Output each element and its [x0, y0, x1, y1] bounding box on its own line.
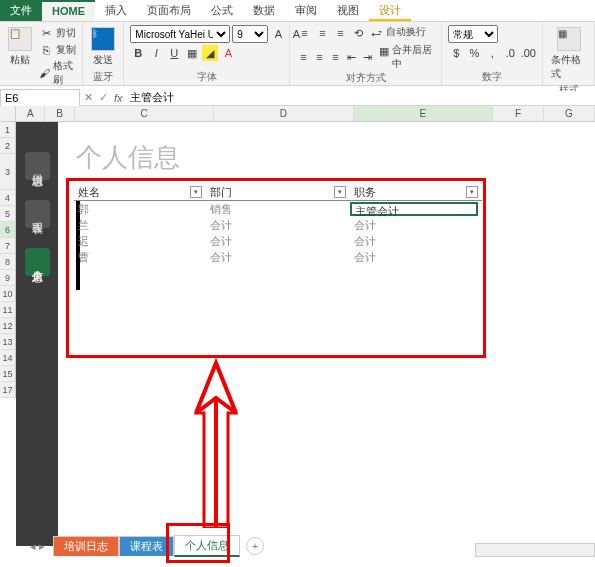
filter-icon[interactable]: ▾ — [466, 186, 478, 198]
merge-center-button[interactable]: ▦合并后居中 — [377, 43, 436, 71]
cell-dept[interactable]: 会计 — [206, 217, 350, 233]
sheet-tab-personal[interactable]: 个人信息 — [174, 535, 240, 557]
bold-button[interactable]: B — [130, 45, 146, 61]
tab-pagelayout[interactable]: 页面布局 — [137, 0, 201, 21]
name-box[interactable] — [0, 89, 80, 107]
cell-name[interactable]: 曹 — [74, 249, 206, 265]
vtab-personal-info[interactable]: 个人信息 — [25, 248, 50, 276]
header-dept[interactable]: 部门▾ — [206, 184, 350, 200]
row-header[interactable]: 4 — [0, 190, 15, 206]
sheet-nav-arrows[interactable]: ◂ ▸ — [30, 540, 45, 553]
filter-icon[interactable]: ▾ — [334, 186, 346, 198]
cell-role[interactable]: 会计 — [350, 217, 482, 233]
row-header[interactable]: 5 — [0, 206, 15, 222]
active-cell-e6[interactable]: 主管会计 — [350, 202, 478, 216]
sheet-tab-training[interactable]: 培训日志 — [53, 536, 119, 556]
font-size-select[interactable]: 9 — [232, 25, 268, 43]
horizontal-scrollbar[interactable] — [475, 543, 595, 557]
paste-button[interactable]: 📋 粘贴 — [6, 25, 34, 69]
align-bot-button[interactable]: ≡ — [332, 25, 348, 41]
col-header-e[interactable]: E — [354, 106, 493, 121]
copy-button[interactable]: ⎘复制 — [38, 42, 76, 58]
paste-label: 粘贴 — [10, 53, 30, 67]
align-top-button[interactable]: ≡ — [296, 25, 312, 41]
col-header-f[interactable]: F — [493, 106, 544, 121]
fx-icon[interactable]: fx — [114, 92, 123, 104]
row-header[interactable]: 7 — [0, 238, 15, 254]
tab-home[interactable]: HOME — [42, 0, 95, 21]
align-right-button[interactable]: ≡ — [328, 49, 342, 65]
tab-insert[interactable]: 插入 — [95, 0, 137, 21]
row-header[interactable]: 11 — [0, 302, 15, 318]
tab-data[interactable]: 数据 — [243, 0, 285, 21]
tab-design[interactable]: 设计 — [369, 0, 411, 21]
tab-review[interactable]: 审阅 — [285, 0, 327, 21]
col-header-c[interactable]: C — [75, 106, 214, 121]
add-sheet-button[interactable]: + — [246, 537, 264, 555]
sheet-tab-schedule[interactable]: 课程表 — [119, 536, 174, 556]
align-mid-button[interactable]: ≡ — [314, 25, 330, 41]
row-header[interactable]: 17 — [0, 382, 15, 398]
group-number: 常规 $ % , .0 .00 数字 — [442, 22, 543, 85]
cell-dept[interactable]: 会计 — [206, 233, 350, 249]
row-header[interactable]: 13 — [0, 334, 15, 350]
comma-button[interactable]: , — [484, 45, 500, 61]
italic-button[interactable]: I — [148, 45, 164, 61]
formula-input[interactable] — [129, 91, 591, 105]
conditional-format-button[interactable]: ▦ 条件格式 — [549, 25, 588, 83]
fill-color-button[interactable]: ◢ — [202, 45, 218, 61]
cell-role[interactable]: 会计 — [350, 249, 482, 265]
row-header[interactable]: 1 — [0, 122, 15, 138]
cell-name[interactable]: 迟 — [74, 233, 206, 249]
font-name-select[interactable]: Microsoft YaHei UI — [130, 25, 230, 43]
row-header[interactable]: 14 — [0, 350, 15, 366]
increase-font-button[interactable]: A — [270, 26, 286, 42]
row-header[interactable]: 2 — [0, 138, 15, 154]
vtab-schedule[interactable]: 课程表 — [25, 200, 50, 228]
row-header[interactable]: 9 — [0, 270, 15, 286]
col-header-d[interactable]: D — [214, 106, 353, 121]
col-header-a[interactable]: A — [16, 106, 45, 121]
format-painter-button[interactable]: 🖌格式刷 — [38, 59, 76, 87]
cell-dept[interactable]: 会计 — [206, 249, 350, 265]
row-header[interactable]: 10 — [0, 286, 15, 302]
tab-formulas[interactable]: 公式 — [201, 0, 243, 21]
vtab-training-log[interactable]: 培训日志 — [25, 152, 50, 180]
cell-name[interactable]: 郭 — [74, 201, 206, 217]
indent-dec-button[interactable]: ⇤ — [345, 49, 359, 65]
align-left-button[interactable]: ≡ — [296, 49, 310, 65]
grid[interactable]: 培训日志 课程表 个人信息 个人信息 姓名▾ 部门▾ 职务▾ 郭 销售 兰 会计… — [16, 122, 595, 546]
confirm-edit-button[interactable]: ✓ — [99, 91, 108, 104]
tab-view[interactable]: 视图 — [327, 0, 369, 21]
increase-decimal-button[interactable]: .0 — [502, 45, 518, 61]
font-color-button[interactable]: A — [220, 45, 236, 61]
header-role[interactable]: 职务▾ — [350, 184, 482, 200]
header-name[interactable]: 姓名▾ — [74, 184, 206, 200]
cancel-edit-button[interactable]: ✕ — [84, 91, 93, 104]
cell-role[interactable]: 会计 — [350, 233, 482, 249]
row-header[interactable]: 6 — [0, 222, 15, 238]
col-header-b[interactable]: B — [45, 106, 74, 121]
decrease-decimal-button[interactable]: .00 — [520, 45, 536, 61]
orientation-button[interactable]: ⟲ — [350, 25, 366, 41]
bluetooth-send-button[interactable]: ᛒ 发送 — [89, 25, 117, 69]
border-button[interactable]: ▦ — [184, 45, 200, 61]
cell-dept[interactable]: 销售 — [206, 201, 350, 217]
cell-name[interactable]: 兰 — [74, 217, 206, 233]
wrap-text-button[interactable]: ⮐自动换行 — [368, 25, 426, 41]
align-center-button[interactable]: ≡ — [312, 49, 326, 65]
row-header[interactable]: 15 — [0, 366, 15, 382]
row-header[interactable]: 3 — [0, 154, 15, 190]
currency-button[interactable]: $ — [448, 45, 464, 61]
underline-button[interactable]: U — [166, 45, 182, 61]
col-header-g[interactable]: G — [544, 106, 595, 121]
number-format-select[interactable]: 常规 — [448, 25, 498, 43]
tab-file[interactable]: 文件 — [0, 0, 42, 21]
row-header[interactable]: 12 — [0, 318, 15, 334]
row-header[interactable]: 8 — [0, 254, 15, 270]
cut-button[interactable]: ✂剪切 — [38, 25, 76, 41]
indent-inc-button[interactable]: ⇥ — [361, 49, 375, 65]
percent-button[interactable]: % — [466, 45, 482, 61]
select-all-corner[interactable] — [0, 106, 16, 122]
filter-icon[interactable]: ▾ — [190, 186, 202, 198]
